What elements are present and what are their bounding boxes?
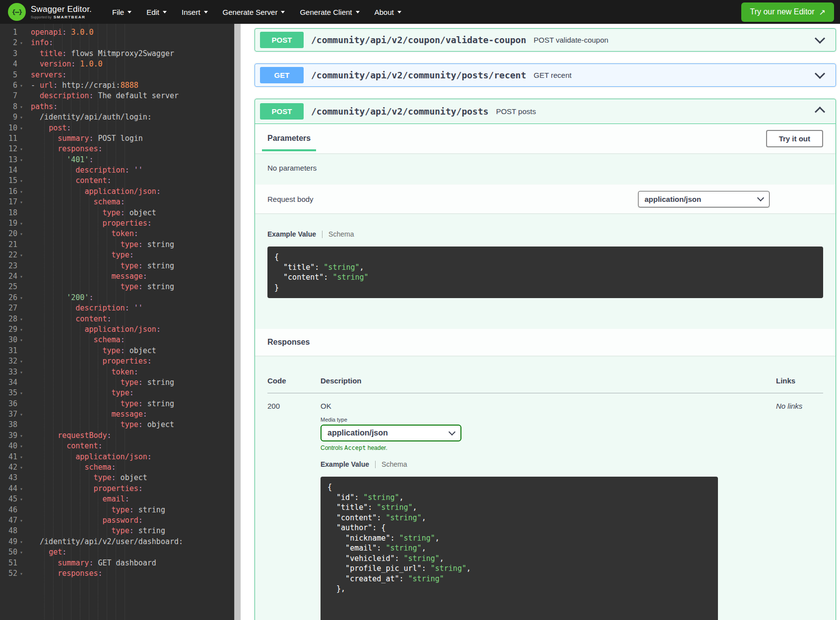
expand-button[interactable] xyxy=(811,68,829,82)
editor-line[interactable]: 9▾ /identity/api/auth/login: xyxy=(0,112,234,123)
fold-toggle-icon[interactable]: ▾ xyxy=(17,293,26,303)
editor-line[interactable]: 6▾- url: http://crapi:8888 xyxy=(0,80,234,91)
fold-toggle-icon[interactable]: ▾ xyxy=(17,547,26,558)
fold-toggle-icon[interactable]: ▾ xyxy=(17,250,26,260)
tab-parameters[interactable]: Parameters xyxy=(262,124,316,151)
editor-line[interactable]: 38 type: object xyxy=(0,420,234,430)
fold-toggle-icon[interactable]: ▾ xyxy=(17,155,26,165)
fold-toggle-icon[interactable]: ▾ xyxy=(17,431,26,441)
editor-line[interactable]: 30▾ schema: xyxy=(0,335,234,345)
editor-line[interactable]: 43 type: object xyxy=(0,473,234,483)
editor-line[interactable]: 48 type: string xyxy=(0,526,234,536)
editor-line[interactable]: 31 type: object xyxy=(0,346,234,356)
fold-toggle-icon[interactable]: ▾ xyxy=(17,314,26,324)
fold-toggle-icon[interactable]: ▾ xyxy=(17,537,26,547)
editor-line[interactable]: 24▾ message: xyxy=(0,271,234,282)
editor-line[interactable]: 26▾ '200': xyxy=(0,293,234,303)
editor-line[interactable]: 28▾ content: xyxy=(0,314,234,324)
editor-line[interactable]: 25 type: string xyxy=(0,282,234,292)
fold-toggle-icon[interactable]: ▾ xyxy=(17,102,26,112)
menu-file[interactable]: File xyxy=(107,4,137,20)
fold-toggle-icon[interactable]: ▾ xyxy=(17,462,26,473)
fold-toggle-icon[interactable]: ▾ xyxy=(17,441,26,451)
editor-line[interactable]: 51 summary: GET dashboard xyxy=(0,558,234,568)
fold-toggle-icon[interactable]: ▾ xyxy=(17,186,26,197)
request-content-type-select[interactable]: application/json xyxy=(638,191,770,207)
editor-line[interactable]: 34 type: string xyxy=(0,377,234,388)
editor-line[interactable]: 19▾ properties: xyxy=(0,218,234,229)
editor-line[interactable]: 10▾ post: xyxy=(0,123,234,133)
fold-toggle-icon[interactable]: ▾ xyxy=(17,356,26,367)
editor-line[interactable]: 12▾ responses: xyxy=(0,144,234,154)
endpoint-header[interactable]: GET /community/api/v2/community/posts/re… xyxy=(255,64,836,86)
editor-line[interactable]: 18 type: object xyxy=(0,208,234,218)
fold-toggle-icon[interactable]: ▾ xyxy=(17,494,26,504)
fold-toggle-icon[interactable]: ▾ xyxy=(17,367,26,377)
editor-line[interactable]: 46 type: string xyxy=(0,505,234,515)
editor-line[interactable]: 47▾ password: xyxy=(0,515,234,526)
menu-generate-server[interactable]: Generate Server xyxy=(217,4,291,20)
tab-schema[interactable]: Schema xyxy=(323,230,354,238)
editor-line[interactable]: 23 type: string xyxy=(0,261,234,271)
editor-line[interactable]: 44▾ properties: xyxy=(0,484,234,494)
editor-line[interactable]: 39▾ requestBody: xyxy=(0,431,234,441)
try-new-editor-button[interactable]: Try our new Editor ↗ xyxy=(741,2,834,22)
fold-toggle-icon[interactable]: ▾ xyxy=(17,218,26,229)
editor-line[interactable]: 2▾info: xyxy=(0,38,234,48)
editor-line[interactable]: 40▾ content: xyxy=(0,441,234,451)
editor-line[interactable]: 17▾ schema: xyxy=(0,197,234,207)
editor-line[interactable]: 11 summary: POST login xyxy=(0,133,234,144)
editor-line[interactable]: 27 description: '' xyxy=(0,303,234,313)
editor-line[interactable]: 35▾ type: xyxy=(0,388,234,398)
editor-line[interactable]: 33▾ token: xyxy=(0,367,234,377)
fold-toggle-icon[interactable]: ▾ xyxy=(17,335,26,345)
editor-line[interactable]: 16▾ application/json: xyxy=(0,186,234,197)
editor-line[interactable]: 14 description: '' xyxy=(0,165,234,176)
fold-toggle-icon[interactable]: ▾ xyxy=(17,484,26,494)
fold-toggle-icon[interactable]: ▾ xyxy=(17,568,26,579)
editor-line[interactable]: 29▾ application/json: xyxy=(0,324,234,335)
editor-line[interactable]: 50▾ get: xyxy=(0,547,234,558)
editor-line[interactable]: 1openapi: 3.0.0 xyxy=(0,27,234,38)
tab-schema[interactable]: Schema xyxy=(376,460,407,468)
try-it-out-button[interactable]: Try it out xyxy=(766,130,823,147)
editor-line[interactable]: 3 title: flows Mitmproxy2Swagger xyxy=(0,49,234,59)
editor-line[interactable]: 4 version: 1.0.0 xyxy=(0,59,234,69)
editor-line[interactable]: 42▾ schema: xyxy=(0,462,234,473)
fold-toggle-icon[interactable]: ▾ xyxy=(17,229,26,239)
fold-toggle-icon[interactable]: ▾ xyxy=(17,324,26,335)
editor-line[interactable]: 49▾ /identity/api/v2/user/dashboard: xyxy=(0,537,234,547)
fold-toggle-icon[interactable]: ▾ xyxy=(17,80,26,91)
editor-line[interactable]: 36 type: string xyxy=(0,399,234,409)
menu-generate-client[interactable]: Generate Client xyxy=(294,4,365,20)
fold-toggle-icon[interactable]: ▾ xyxy=(17,515,26,526)
editor-line[interactable]: 22▾ type: xyxy=(0,250,234,260)
fold-toggle-icon[interactable]: ▾ xyxy=(17,388,26,398)
editor-line[interactable]: 52▾ responses: xyxy=(0,568,234,579)
editor-line[interactable]: 37▾ message: xyxy=(0,409,234,420)
fold-toggle-icon[interactable]: ▾ xyxy=(17,144,26,154)
editor-line[interactable]: 32▾ properties: xyxy=(0,356,234,367)
tab-example-value[interactable]: Example Value xyxy=(321,460,375,468)
fold-toggle-icon[interactable]: ▾ xyxy=(17,197,26,207)
tab-example-value[interactable]: Example Value xyxy=(267,230,322,238)
menu-edit[interactable]: Edit xyxy=(141,4,172,20)
fold-toggle-icon[interactable]: ▾ xyxy=(17,452,26,462)
menu-insert[interactable]: Insert xyxy=(176,4,213,20)
fold-toggle-icon[interactable]: ▾ xyxy=(17,112,26,123)
fold-toggle-icon[interactable]: ▾ xyxy=(17,123,26,133)
editor-line[interactable]: 21 type: string xyxy=(0,240,234,250)
collapse-button[interactable] xyxy=(811,103,829,120)
fold-toggle-icon[interactable]: ▾ xyxy=(17,176,26,186)
editor-line[interactable]: 7 description: The default server xyxy=(0,91,234,101)
editor-line[interactable]: 5servers: xyxy=(0,70,234,80)
media-type-select[interactable]: application/json xyxy=(321,425,461,441)
menu-about[interactable]: About xyxy=(369,4,407,20)
editor-line[interactable]: 41▾ application/json: xyxy=(0,452,234,462)
editor-line[interactable]: 45▾ email: xyxy=(0,494,234,504)
editor-scrollbar[interactable] xyxy=(234,24,241,620)
editor-line[interactable]: 20▾ token: xyxy=(0,229,234,239)
fold-toggle-icon[interactable]: ▾ xyxy=(17,271,26,282)
editor-line[interactable]: 13▾ '401': xyxy=(0,155,234,165)
editor-line[interactable]: 15▾ content: xyxy=(0,176,234,186)
